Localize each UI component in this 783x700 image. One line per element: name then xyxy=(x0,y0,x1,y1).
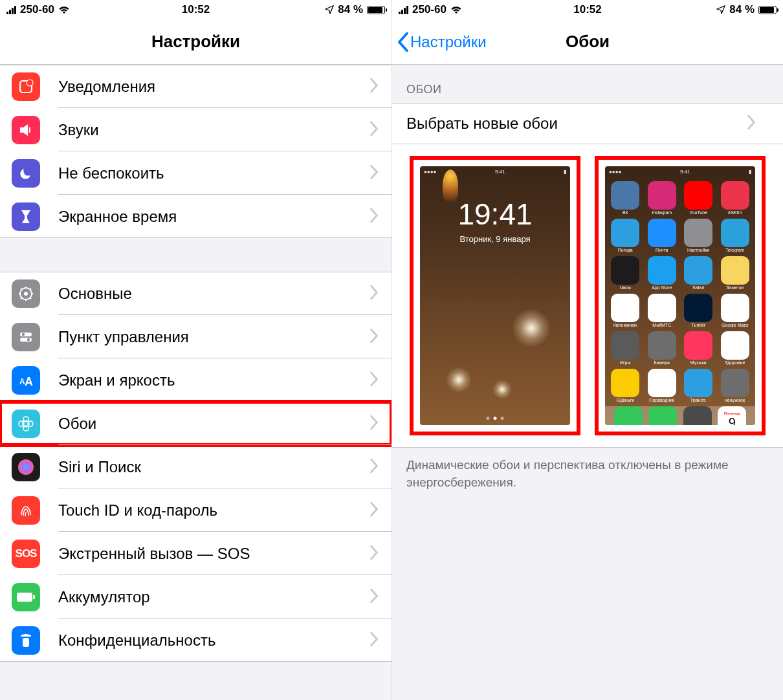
status-bar: 250-60 10:52 84 % xyxy=(0,0,392,19)
app-label: YouTube xyxy=(689,210,707,215)
app-6: Настройки xyxy=(682,219,715,252)
display-icon: AA xyxy=(12,366,40,395)
app-5: Почта xyxy=(646,219,679,252)
row-label: Не беспокоить xyxy=(58,164,369,182)
svg-point-1 xyxy=(27,80,33,86)
row-sounds[interactable]: Звуки xyxy=(0,108,392,151)
app-16: Игры xyxy=(609,331,642,365)
back-label: Настройки xyxy=(410,33,487,51)
lockscreen-preview[interactable]: ●●●●9:41▮ 19:41 Вторник, 9 января xyxy=(410,156,580,435)
app-icon xyxy=(648,181,676,210)
app-20: ЯДеньги xyxy=(609,369,642,402)
row-touchid[interactable]: Touch ID и код-пароль xyxy=(0,488,392,532)
battery-pct: 84 % xyxy=(338,3,363,16)
app-icon xyxy=(721,294,749,322)
nav-bar: Настройки Обои xyxy=(392,19,783,65)
chevron-right-icon xyxy=(369,78,379,95)
status-bar: 250-60 10:52 84 % xyxy=(392,0,783,19)
app-7: Telegram xyxy=(719,219,752,252)
location-icon xyxy=(716,5,725,14)
app-icon xyxy=(648,369,676,397)
dock-app-3: Пятница9 xyxy=(718,406,746,425)
siri-icon xyxy=(12,453,40,481)
row-dnd[interactable]: Не беспокоить xyxy=(0,151,392,195)
row-screentime[interactable]: Экранное время xyxy=(0,195,392,238)
dock: Пятница9 xyxy=(605,406,755,425)
row-privacy[interactable]: Конфиденциальность xyxy=(0,618,392,662)
chevron-right-icon xyxy=(369,122,379,138)
choose-wallpaper-row[interactable]: Выбрать новые обои xyxy=(392,103,783,144)
chevron-right-icon xyxy=(747,115,756,132)
app-12: Напоминан. xyxy=(609,294,642,327)
app-icon xyxy=(611,294,639,322)
nav-title: Обои xyxy=(566,32,610,52)
homescreen-preview[interactable]: ●●●●9:41▮ ВКInstagramYouTubeASKfmПогодаП… xyxy=(595,156,766,435)
thumb-status-bar: ●●●●9:41▮ xyxy=(605,166,755,177)
choose-wallpaper-label: Выбрать новые обои xyxy=(406,115,558,133)
svg-rect-5 xyxy=(20,338,32,342)
row-label: Звуки xyxy=(58,121,369,139)
chevron-right-icon xyxy=(369,415,379,432)
app-23: ненужное xyxy=(719,369,752,402)
chevron-right-icon xyxy=(369,632,379,649)
app-icon xyxy=(721,331,749,360)
svg-rect-16 xyxy=(17,593,32,602)
app-14: Tumblr xyxy=(682,294,715,327)
dock-app-2 xyxy=(683,406,712,425)
app-icon xyxy=(684,294,712,322)
app-icon xyxy=(684,256,712,285)
screentime-icon xyxy=(12,202,40,231)
row-display[interactable]: AAЭкран и яркость xyxy=(0,358,392,402)
row-wallpaper[interactable]: Обои xyxy=(0,402,392,445)
app-label: ASKfm xyxy=(728,210,742,215)
app-label: Заметки xyxy=(726,285,744,290)
row-label: Экранное время xyxy=(58,208,369,226)
app-label: ненужное xyxy=(725,398,745,402)
app-label: Музыка xyxy=(690,360,707,365)
app-icon xyxy=(611,219,639,247)
row-notifications[interactable]: Уведомления xyxy=(0,65,392,108)
app-label: Настройки xyxy=(687,248,709,252)
dock-app-1 xyxy=(648,406,677,425)
row-label: Аккумулятор xyxy=(58,588,369,606)
wifi-icon xyxy=(450,6,462,14)
app-0: ВК xyxy=(609,181,642,215)
chevron-right-icon xyxy=(369,372,379,389)
lock-date: Вторник, 9 января xyxy=(420,234,570,244)
row-battery[interactable]: Аккумулятор xyxy=(0,575,392,618)
row-label: Touch ID и код-пароль xyxy=(58,501,369,520)
row-label: Siri и Поиск xyxy=(58,458,369,476)
app-label: ЯДеньги xyxy=(616,398,634,402)
wallpaper-screen: 250-60 10:52 84 % Настройки Обои ОБОИ Вы… xyxy=(392,0,783,700)
app-icon xyxy=(648,294,676,322)
app-icon xyxy=(684,369,712,397)
row-sos[interactable]: SOSЭкстренный вызов — SOS xyxy=(0,532,392,575)
app-label: Safari xyxy=(692,285,704,290)
svg-text:A: A xyxy=(25,375,33,388)
app-label: Telegram xyxy=(725,248,744,252)
chevron-right-icon xyxy=(369,329,379,345)
nav-bar: Настройки xyxy=(0,19,392,65)
notifications-icon xyxy=(12,72,40,101)
row-general[interactable]: Основные xyxy=(0,272,392,315)
apps-grid: ВКInstagramYouTubeASKfmПогодаПочтаНастро… xyxy=(605,177,755,406)
nav-title: Настройки xyxy=(151,32,240,52)
back-button[interactable]: Настройки xyxy=(397,32,487,52)
touchid-icon xyxy=(12,496,40,525)
privacy-icon xyxy=(12,626,40,655)
row-siri[interactable]: Siri и Поиск xyxy=(0,445,392,488)
chevron-right-icon xyxy=(369,285,379,302)
row-control-center[interactable]: Пункт управления xyxy=(0,315,392,358)
carrier-label: 250-60 xyxy=(412,3,447,16)
wifi-icon xyxy=(58,6,70,14)
app-label: Переводчик xyxy=(649,398,674,402)
thumb-status-bar: ●●●●9:41▮ xyxy=(420,166,570,177)
chevron-left-icon xyxy=(397,32,409,52)
app-11: Заметки xyxy=(719,256,752,290)
app-icon xyxy=(721,369,749,397)
app-icon xyxy=(684,181,712,210)
battery-icon xyxy=(12,583,40,611)
app-label: ВК xyxy=(623,210,628,215)
app-4: Погода xyxy=(609,219,642,252)
app-19: Здоровье xyxy=(719,331,752,365)
